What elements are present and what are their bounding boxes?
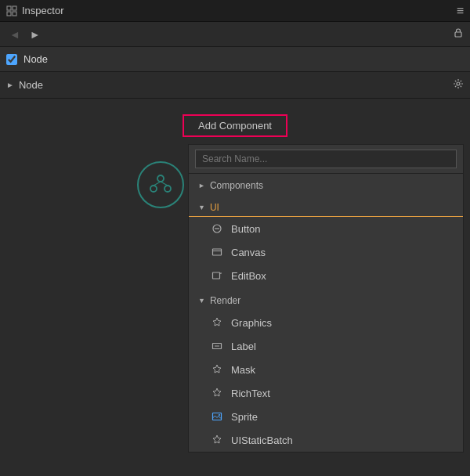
components-section-header[interactable]: ► Components (189, 174, 463, 196)
button-item-label: Button (231, 223, 261, 235)
list-item[interactable]: Sprite (189, 405, 463, 428)
uistaticbatch-icon (211, 434, 223, 446)
button-icon (211, 222, 223, 235)
components-arrow: ► (198, 182, 205, 189)
label-icon (211, 340, 223, 352)
canvas-icon (211, 246, 223, 258)
inspector-icon (6, 5, 17, 16)
richtext-item-label: RichText (231, 388, 270, 399)
editbox-icon (211, 269, 223, 282)
title-bar-title: Inspector (22, 5, 63, 16)
svg-rect-3 (13, 12, 16, 16)
node-expand-arrow[interactable]: ► (6, 81, 14, 89)
list-item[interactable]: EditBox (189, 264, 463, 287)
nav-back-button[interactable]: ◄ (6, 27, 24, 42)
node-row-label: Node (24, 53, 48, 65)
search-wrap (189, 145, 463, 174)
ui-section-label: UI (210, 202, 219, 213)
graphics-icon (211, 316, 223, 329)
components-section-label: Components (210, 180, 263, 191)
svg-point-7 (150, 186, 157, 192)
node-icon-decoration (137, 161, 184, 208)
list-item[interactable]: Mask (189, 358, 463, 381)
node-section-left: ► Node (6, 79, 43, 91)
ui-arrow: ▼ (198, 204, 205, 211)
mask-icon (211, 363, 223, 376)
title-bar-menu-icon[interactable]: ≡ (457, 4, 464, 18)
node-section-label: Node (19, 79, 43, 91)
sprite-icon (211, 410, 223, 423)
list-item[interactable]: Button (189, 217, 463, 240)
svg-rect-1 (13, 6, 16, 10)
main-content: Add Component ► Components ▼ UI (0, 99, 470, 476)
render-section-header[interactable]: ▼ Render (189, 287, 463, 311)
svg-rect-2 (7, 12, 11, 16)
title-bar: Inspector ≡ (0, 0, 470, 22)
nav-forward-button[interactable]: ► (27, 27, 44, 42)
sprite-item-label: Sprite (231, 411, 258, 423)
node-section: ► Node (0, 72, 470, 99)
svg-point-5 (457, 82, 460, 85)
add-component-dropdown: ► Components ▼ UI Button (188, 144, 464, 453)
uistaticbatch-item-label: UIStaticBatch (231, 435, 293, 446)
svg-rect-15 (213, 272, 220, 279)
node-gear-icon[interactable] (453, 78, 464, 92)
nav-bar: ◄ ► (0, 22, 470, 47)
list-item[interactable]: Graphics (189, 311, 463, 334)
node-icon-inner (149, 171, 172, 200)
node-checkbox-row: Node (0, 47, 470, 72)
svg-rect-0 (7, 6, 11, 10)
lock-icon (453, 27, 464, 41)
canvas-item-label: Canvas (231, 247, 266, 258)
list-item[interactable]: Canvas (189, 240, 463, 264)
title-bar-left: Inspector (6, 5, 63, 16)
mask-item-label: Mask (231, 364, 255, 376)
list-item[interactable]: UIStaticBatch (189, 428, 463, 452)
svg-line-10 (161, 182, 168, 186)
list-item[interactable]: RichText (189, 381, 463, 405)
svg-rect-4 (455, 32, 461, 37)
svg-point-6 (157, 175, 164, 182)
svg-point-19 (219, 414, 220, 416)
richtext-icon (211, 387, 223, 399)
svg-line-9 (154, 182, 161, 186)
search-input[interactable] (195, 150, 457, 168)
render-arrow: ▼ (198, 297, 205, 305)
svg-rect-13 (213, 249, 222, 255)
list-item[interactable]: Label (189, 334, 463, 358)
ui-section-header[interactable]: ▼ UI (189, 196, 463, 217)
render-section-label: Render (210, 295, 240, 306)
svg-point-8 (164, 186, 171, 192)
dropdown-list: ► Components ▼ UI Button (189, 174, 463, 452)
add-component-button[interactable]: Add Component (183, 114, 287, 137)
node-active-checkbox[interactable] (6, 54, 17, 65)
nav-arrows: ◄ ► (6, 27, 44, 42)
editbox-item-label: EditBox (231, 270, 266, 282)
graphics-item-label: Graphics (231, 317, 272, 329)
label-item-label: Label (231, 341, 256, 352)
